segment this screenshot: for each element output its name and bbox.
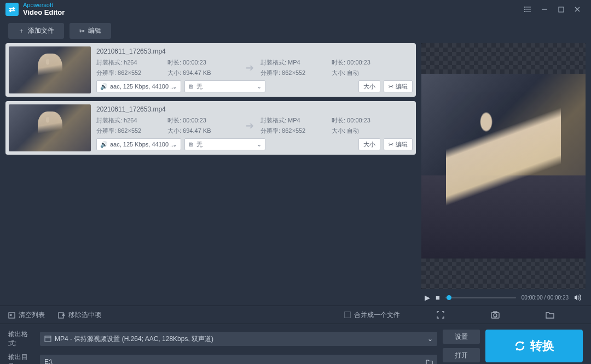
scissors-icon: ✂ — [79, 27, 85, 35]
player-controls: ▶ ■ 00:00:00 / 00:00:23 — [421, 289, 586, 306]
remove-icon — [58, 312, 65, 319]
timecode: 00:00:00 / 00:00:23 — [522, 295, 569, 301]
audio-icon: 🔊 — [100, 83, 108, 90]
chevron-down-icon: ⌄ — [257, 141, 262, 148]
thumbnail[interactable] — [9, 104, 91, 151]
output-panel: 输出格式: MP4 - 保持源视频设置 (H.264; AAC, 128Kbps… — [0, 324, 591, 364]
clear-list-button[interactable]: 清空列表 — [8, 310, 45, 320]
add-file-button[interactable]: ＋ 添加文件 — [8, 23, 64, 39]
src-info: 封装格式: h264分辨率: 862×552 — [96, 116, 167, 135]
dst-info: 封装格式: MP4分辨率: 862×552 — [260, 116, 332, 135]
edit-item-button[interactable]: ✂编辑 — [384, 138, 413, 150]
output-format-select[interactable]: MP4 - 保持源视频设置 (H.264; AAC, 128Kbps, 双声道)… — [40, 332, 437, 346]
main-area: 20210611_172653.mp4 封装格式: h264分辨率: 862×5… — [0, 43, 591, 306]
dst-info: 封装格式: MP4分辨率: 862×552 — [260, 58, 332, 77]
src-info2: 时长: 00:00:23大小: 694.47 KB — [167, 58, 239, 77]
svg-rect-10 — [9, 313, 15, 318]
close-icon[interactable] — [569, 4, 586, 15]
dst-info2: 时长: 00:00:23大小: 自动 — [332, 58, 413, 77]
remove-selected-button[interactable]: 移除选中项 — [58, 310, 101, 320]
thumbnail[interactable] — [9, 46, 91, 93]
titlebar: ⇄ Apowersoft Video Editor — [0, 0, 591, 19]
size-button[interactable]: 大小 — [358, 80, 380, 92]
dst-info2: 时长: 00:00:23大小: 自动 — [332, 116, 413, 135]
edit-item-button[interactable]: ✂编辑 — [384, 80, 413, 92]
stop-icon[interactable]: ■ — [436, 293, 440, 302]
svg-rect-18 — [494, 312, 497, 313]
convert-label: 转换 — [530, 338, 554, 354]
volume-icon[interactable] — [574, 294, 582, 301]
remove-label: 移除选中项 — [68, 310, 101, 320]
merge-checkbox[interactable]: 合并成一个文件 — [344, 310, 400, 320]
format-icon — [44, 336, 51, 342]
list-actions-bar: 清空列表 移除选中项 合并成一个文件 — [0, 306, 591, 324]
svg-point-17 — [494, 314, 497, 317]
plus-icon: ＋ — [18, 26, 25, 36]
file-card[interactable]: 20210611_172653.mp4 封装格式: h264分辨率: 862×5… — [5, 101, 416, 155]
dir-value: E:\ — [44, 358, 53, 364]
toolbar: ＋ 添加文件 ✂ 编辑 — [0, 19, 591, 43]
svg-point-5 — [524, 11, 525, 12]
browse-icon — [426, 359, 433, 364]
folder-icon[interactable] — [546, 311, 554, 319]
svg-point-3 — [524, 7, 525, 8]
file-name: 20210611_172653.mp4 — [96, 104, 413, 116]
audio-track-select[interactable]: 🔊 aac, 125 Kbps, 44100 ... ⌄ — [96, 80, 181, 92]
chevron-down-icon: ⌄ — [257, 83, 262, 90]
file-card[interactable]: 20210611_172653.mp4 封装格式: h264分辨率: 862×5… — [5, 43, 416, 97]
app-name: Video Editor — [23, 8, 65, 17]
settings-button[interactable]: 设置 — [443, 330, 480, 344]
brand-name: Apowersoft — [23, 2, 65, 8]
app-logo-icon: ⇄ — [5, 3, 19, 16]
convert-button[interactable]: 转换 — [485, 330, 583, 362]
snapshot-icon[interactable] — [491, 311, 500, 319]
edit-label: 编辑 — [88, 26, 101, 36]
output-dir-field[interactable]: E:\ — [40, 355, 437, 364]
subtitle-select[interactable]: 🗎 无 ⌄ — [184, 138, 265, 150]
arrow-right-icon: ➔ — [239, 62, 260, 74]
edit-button[interactable]: ✂ 编辑 — [69, 23, 111, 39]
subtitle-icon: 🗎 — [188, 83, 194, 90]
src-info2: 时长: 00:00:23大小: 694.47 KB — [167, 116, 239, 135]
scissors-icon: ✂ — [389, 141, 393, 148]
output-format-label: 输出格式: — [8, 330, 36, 348]
subtitle-icon: 🗎 — [188, 141, 194, 148]
svg-point-4 — [524, 9, 525, 10]
audio-icon: 🔊 — [100, 141, 108, 148]
chevron-down-icon: ⌄ — [172, 141, 177, 148]
play-icon[interactable]: ▶ — [425, 293, 430, 302]
preview-panel: ▶ ■ 00:00:00 / 00:00:23 — [421, 43, 591, 306]
fullscreen-icon[interactable] — [436, 311, 445, 319]
svg-rect-19 — [45, 336, 51, 342]
chevron-down-icon: ⌄ — [172, 83, 177, 90]
src-info: 封装格式: h264分辨率: 862×552 — [96, 58, 167, 77]
file-name: 20210611_172653.mp4 — [96, 46, 413, 58]
merge-label: 合并成一个文件 — [354, 310, 400, 320]
app-title: Apowersoft Video Editor — [23, 2, 65, 17]
file-list: 20210611_172653.mp4 封装格式: h264分辨率: 862×5… — [0, 43, 421, 306]
open-button[interactable]: 打开 — [443, 348, 480, 362]
video-preview[interactable] — [421, 43, 586, 289]
scissors-icon: ✂ — [389, 83, 393, 90]
output-dir-label: 输出目录: — [8, 353, 36, 364]
clear-label: 清空列表 — [19, 310, 45, 320]
refresh-icon — [514, 340, 526, 352]
clear-icon — [8, 312, 15, 319]
add-file-label: 添加文件 — [28, 26, 54, 36]
checkbox-icon — [344, 312, 351, 318]
format-value: MP4 - 保持源视频设置 (H.264; AAC, 128Kbps, 双声道) — [55, 334, 213, 344]
minimize-icon[interactable] — [536, 4, 553, 15]
subtitle-select[interactable]: 🗎 无 ⌄ — [184, 80, 265, 92]
arrow-right-icon: ➔ — [239, 120, 260, 132]
chevron-down-icon: ⌄ — [427, 335, 433, 343]
menu-icon[interactable] — [520, 4, 536, 15]
seek-bar[interactable] — [445, 297, 516, 298]
audio-track-select[interactable]: 🔊 aac, 125 Kbps, 44100 ... ⌄ — [96, 138, 181, 150]
svg-rect-7 — [559, 7, 564, 12]
maximize-icon[interactable] — [553, 4, 569, 15]
size-button[interactable]: 大小 — [358, 138, 380, 150]
